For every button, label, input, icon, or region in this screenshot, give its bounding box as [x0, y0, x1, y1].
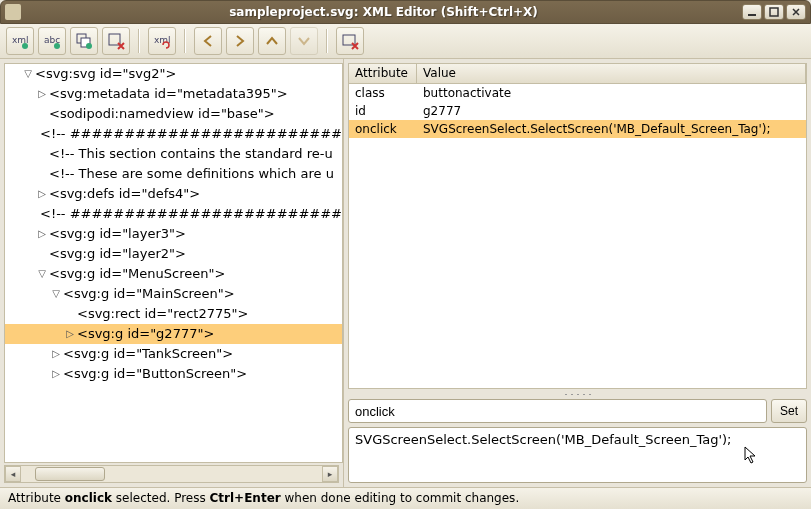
tree-node-label: <svg:g id="g2777"> — [77, 324, 214, 344]
tree-node-label: <!-- These are some definitions which ar… — [49, 164, 334, 184]
maximize-button[interactable] — [764, 4, 784, 20]
move-down-button — [290, 27, 318, 55]
toolbar: xml abc xml — [0, 24, 811, 59]
attr-name: class — [349, 84, 417, 102]
app-icon — [5, 4, 21, 20]
tree-row[interactable]: ▷<svg:g id="g2777"> — [5, 324, 342, 344]
statusbar: Attribute onclick selected. Press Ctrl+E… — [0, 487, 811, 509]
tree-node-label: <sodipodi:namedview id="base"> — [49, 104, 275, 124]
tree-row[interactable]: <!-- These are some definitions which ar… — [5, 164, 342, 184]
tree-row[interactable]: ▷<svg:defs id="defs4"> — [5, 184, 342, 204]
attribute-value-text: SVGScreenSelect.SelectScreen('MB_Default… — [355, 432, 731, 447]
expand-closed-icon[interactable]: ▷ — [35, 224, 49, 244]
tree-row[interactable]: <!-- ######################### — [5, 204, 342, 224]
mouse-cursor-icon — [744, 446, 758, 464]
horizontal-scrollbar[interactable]: ◂ ▸ — [4, 465, 339, 483]
toolbar-separator — [138, 29, 140, 53]
svg-rect-1 — [770, 8, 778, 16]
expand-open-icon[interactable]: ▽ — [21, 64, 35, 84]
attribute-name-input[interactable] — [348, 399, 767, 423]
indent-button[interactable] — [226, 27, 254, 55]
attr-value: SVGScreenSelect.SelectScreen('MB_Default… — [417, 120, 806, 138]
expand-closed-icon[interactable]: ▷ — [63, 324, 77, 344]
close-button[interactable] — [786, 4, 806, 20]
tree-node-label: <svg:defs id="defs4"> — [49, 184, 200, 204]
attribute-value-textarea[interactable]: SVGScreenSelect.SelectScreen('MB_Default… — [348, 427, 807, 483]
tree-node-label: <svg:g id="layer3"> — [49, 224, 186, 244]
tree-node-label: <svg:g id="MainScreen"> — [63, 284, 235, 304]
tree-node-label: <svg:g id="ButtonScreen"> — [63, 364, 247, 384]
tree-node-label: <svg:rect id="rect2775"> — [77, 304, 248, 324]
expand-closed-icon[interactable]: ▷ — [49, 364, 63, 384]
tree-node-label: <svg:g id="layer2"> — [49, 244, 186, 264]
attribute-row[interactable]: classbuttonactivate — [349, 84, 806, 102]
xml-tree-pane: ▽<svg:svg id="svg2">▷<svg:metadata id="m… — [0, 59, 344, 487]
scroll-right-button[interactable]: ▸ — [322, 466, 338, 482]
tree-row[interactable]: ▷<svg:g id="layer3"> — [5, 224, 342, 244]
tree-node-label: <!-- ######################### — [40, 124, 342, 144]
duplicate-node-button[interactable] — [70, 27, 98, 55]
attr-value: buttonactivate — [417, 84, 806, 102]
attribute-table[interactable]: Attribute Value classbuttonactivateidg27… — [348, 63, 807, 389]
minimize-button[interactable] — [742, 4, 762, 20]
tree-row[interactable]: <svg:g id="layer2"> — [5, 244, 342, 264]
attribute-pane: Attribute Value classbuttonactivateidg27… — [344, 59, 811, 487]
reload-xml-button[interactable]: xml — [148, 27, 176, 55]
attr-name: id — [349, 102, 417, 120]
attr-name: onclick — [349, 120, 417, 138]
tree-node-label: <svg:svg id="svg2"> — [35, 64, 176, 84]
tree-row[interactable]: ▷<svg:g id="ButtonScreen"> — [5, 364, 342, 384]
expand-closed-icon[interactable]: ▷ — [35, 184, 49, 204]
attribute-row[interactable]: onclickSVGScreenSelect.SelectScreen('MB_… — [349, 120, 806, 138]
tree-row[interactable]: ▷<svg:metadata id="metadata395"> — [5, 84, 342, 104]
delete-node-button[interactable] — [102, 27, 130, 55]
svg-point-3 — [22, 43, 28, 49]
tree-row[interactable]: <sodipodi:namedview id="base"> — [5, 104, 342, 124]
tree-row[interactable]: <svg:rect id="rect2775"> — [5, 304, 342, 324]
tree-row[interactable]: ▷<svg:g id="TankScreen"> — [5, 344, 342, 364]
titlebar: sampleproject.svg: XML Editor (Shift+Ctr… — [0, 0, 811, 24]
move-up-button[interactable] — [258, 27, 286, 55]
header-value[interactable]: Value — [417, 64, 806, 83]
tree-node-label: <svg:g id="MenuScreen"> — [49, 264, 225, 284]
tree-node-label: <!-- ######################### — [40, 204, 342, 224]
tree-row[interactable]: ▽<svg:svg id="svg2"> — [5, 64, 342, 84]
new-element-node-button[interactable]: xml — [6, 27, 34, 55]
attribute-row[interactable]: idg2777 — [349, 102, 806, 120]
pane-resizer[interactable] — [348, 389, 807, 399]
expand-open-icon[interactable]: ▽ — [49, 284, 63, 304]
new-text-node-button[interactable]: abc — [38, 27, 66, 55]
svg-point-8 — [86, 43, 92, 49]
tree-row[interactable]: <!-- ######################### — [5, 124, 342, 144]
tree-row[interactable]: ▽<svg:g id="MenuScreen"> — [5, 264, 342, 284]
tree-row[interactable]: <!-- This section contains the standard … — [5, 144, 342, 164]
scrollbar-thumb[interactable] — [35, 467, 105, 481]
toolbar-separator — [326, 29, 328, 53]
attr-value: g2777 — [417, 102, 806, 120]
expand-closed-icon[interactable]: ▷ — [49, 344, 63, 364]
svg-rect-0 — [748, 14, 756, 16]
scroll-left-button[interactable]: ◂ — [5, 466, 21, 482]
header-attribute[interactable]: Attribute — [349, 64, 417, 83]
tree-node-label: <svg:g id="TankScreen"> — [63, 344, 233, 364]
tree-node-label: <svg:metadata id="metadata395"> — [49, 84, 288, 104]
svg-point-5 — [54, 43, 60, 49]
attribute-table-header: Attribute Value — [349, 64, 806, 84]
expand-open-icon[interactable]: ▽ — [35, 264, 49, 284]
window-title: sampleproject.svg: XML Editor (Shift+Ctr… — [27, 5, 740, 19]
tree-node-label: <!-- This section contains the standard … — [49, 144, 333, 164]
xml-tree[interactable]: ▽<svg:svg id="svg2">▷<svg:metadata id="m… — [4, 63, 343, 463]
expand-closed-icon[interactable]: ▷ — [35, 84, 49, 104]
set-button[interactable]: Set — [771, 399, 807, 423]
delete-attribute-button[interactable] — [336, 27, 364, 55]
toolbar-separator — [184, 29, 186, 53]
unindent-button[interactable] — [194, 27, 222, 55]
tree-row[interactable]: ▽<svg:g id="MainScreen"> — [5, 284, 342, 304]
